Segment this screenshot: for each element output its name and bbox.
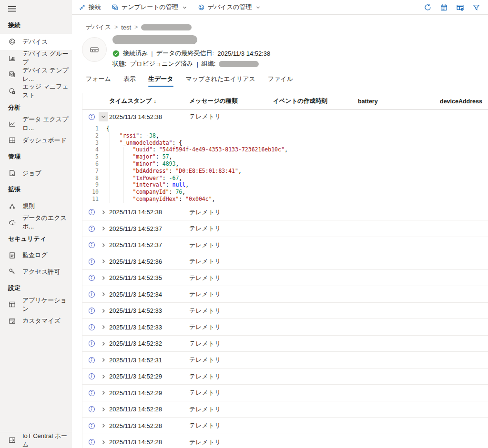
table-row[interactable]: 2025/11/3 14:52:29 テレメトリ xyxy=(82,385,488,401)
sidebar-section-security: セキュリティ xyxy=(0,231,72,248)
col-event-created[interactable]: イベントの作成時刻 xyxy=(273,97,358,105)
manage-devices-menu[interactable]: デバイスの管理 xyxy=(198,3,261,11)
home-grid-icon xyxy=(8,437,16,444)
collapse-chevron-icon[interactable] xyxy=(99,112,108,121)
info-icon[interactable] xyxy=(85,324,98,331)
info-icon[interactable] xyxy=(85,113,98,120)
sidebar-item-audit-logs[interactable]: 監査ログ xyxy=(0,247,72,264)
table-row[interactable]: 2025/11/3 14:52:31 テレメトリ xyxy=(82,352,488,368)
sidebar-item-permissions[interactable]: アクセス許可 xyxy=(0,264,72,280)
col-timestamp[interactable]: タイムスタンプ↓ xyxy=(109,97,189,105)
table-row[interactable]: 2025/11/3 14:52:33 テレメトリ xyxy=(82,303,488,319)
sidebar-item-customize[interactable]: カスタマイズ xyxy=(0,313,72,329)
row-message-type: テレメトリ xyxy=(189,388,273,397)
expand-chevron-icon[interactable] xyxy=(98,259,109,264)
tab-files[interactable]: ファイル xyxy=(268,75,293,87)
row-timestamp: 2025/11/3 14:52:28 xyxy=(109,438,189,446)
expand-chevron-icon[interactable] xyxy=(98,390,109,396)
expand-chevron-icon[interactable] xyxy=(98,357,109,363)
info-icon[interactable] xyxy=(85,274,98,281)
sidebar-item-edge-manifests[interactable]: エッジ マニフェスト xyxy=(0,83,72,100)
menu-toggle-button[interactable] xyxy=(0,0,72,17)
device-status-line: 接続済み | データの最終受信日: 2025/11/3 14:52:38 xyxy=(112,49,270,58)
sidebar-item-data-export[interactable]: データのエクスポ... xyxy=(0,214,72,231)
info-icon[interactable] xyxy=(85,422,98,429)
sidebar-item-dashboards[interactable]: ダッシュボード xyxy=(0,132,72,149)
info-icon[interactable] xyxy=(85,209,98,216)
table-row-expanded[interactable]: 2025/11/3 14:52:38 テレメトリ xyxy=(82,110,488,124)
expand-chevron-icon[interactable] xyxy=(98,439,109,445)
filter-button[interactable] xyxy=(470,1,482,13)
table-row[interactable]: 2025/11/3 14:52:37 テレメトリ xyxy=(82,237,488,254)
column-options-button[interactable] xyxy=(454,1,466,13)
info-icon[interactable] xyxy=(85,406,98,413)
expand-chevron-icon[interactable] xyxy=(98,407,109,412)
expand-chevron-icon[interactable] xyxy=(98,374,109,379)
info-icon[interactable] xyxy=(85,307,98,314)
row-timestamp: 2025/11/3 14:52:29 xyxy=(109,389,189,397)
expand-chevron-icon[interactable] xyxy=(98,275,109,281)
device-name-redacted xyxy=(112,35,197,44)
tab-raw-data[interactable]: 生データ xyxy=(148,75,173,87)
table-row[interactable]: 2025/11/3 14:52:28 テレメトリ xyxy=(82,401,488,418)
info-icon[interactable] xyxy=(85,373,98,380)
row-timestamp: 2025/11/3 14:52:37 xyxy=(109,241,189,249)
info-icon[interactable] xyxy=(85,389,98,397)
table-row[interactable]: 2025/11/3 14:52:28 テレメトリ xyxy=(82,418,488,434)
time-range-button[interactable] xyxy=(437,1,450,13)
data-export-icon xyxy=(8,219,16,226)
col-message-type[interactable]: メッセージの種類 xyxy=(189,97,273,105)
row-message-type: テレメトリ xyxy=(189,323,273,331)
expand-chevron-icon[interactable] xyxy=(98,341,109,347)
raw-json-viewer[interactable]: 1{2 "rssi": -38,3 "_unmodeleddata": {4 "… xyxy=(82,124,488,204)
table-row[interactable]: 2025/11/3 14:52:35 テレメトリ xyxy=(82,270,488,287)
refresh-button[interactable] xyxy=(421,1,434,13)
table-row[interactable]: 2025/11/3 14:52:36 テレメトリ xyxy=(82,253,488,270)
info-icon[interactable] xyxy=(85,438,98,446)
table-row[interactable]: 2025/11/3 14:52:29 テレメトリ xyxy=(82,368,488,385)
expand-chevron-icon[interactable] xyxy=(98,324,109,330)
expand-chevron-icon[interactable] xyxy=(98,226,109,231)
expand-chevron-icon[interactable] xyxy=(98,423,109,428)
table-row[interactable]: 2025/11/3 14:52:37 テレメトリ xyxy=(82,220,488,237)
connect-button[interactable]: 接続 xyxy=(79,3,101,11)
sidebar-item-devices[interactable]: デバイス xyxy=(0,34,72,50)
sidebar-item-device-groups[interactable]: デバイス グループ xyxy=(0,50,72,67)
row-message-type: テレメトリ xyxy=(189,356,273,364)
sidebar-item-rules[interactable]: 規則 xyxy=(0,198,72,215)
tab-mapped-aliases[interactable]: マップされたエイリアス xyxy=(186,75,255,87)
sidebar-item-application[interactable]: アプリケーション xyxy=(0,297,72,313)
sidebar-item-data-explorer[interactable]: データ エクスプロ... xyxy=(0,116,72,132)
breadcrumb-devices-link[interactable]: デバイス xyxy=(86,23,111,31)
info-icon[interactable] xyxy=(85,291,98,298)
table-row[interactable]: 2025/11/3 14:52:32 テレメトリ xyxy=(82,336,488,352)
expand-chevron-icon[interactable] xyxy=(98,308,109,314)
row-timestamp: 2025/11/3 14:52:38 xyxy=(109,209,189,216)
tab-view[interactable]: 表示 xyxy=(123,75,136,87)
sidebar-item-jobs[interactable]: ジョブ xyxy=(0,165,72,182)
table-row[interactable]: 2025/11/3 14:52:38 テレメトリ xyxy=(82,204,488,221)
tab-forms[interactable]: フォーム xyxy=(86,75,111,87)
breadcrumb-device-redacted[interactable] xyxy=(141,24,192,30)
info-icon[interactable] xyxy=(85,225,98,232)
expand-chevron-icon[interactable] xyxy=(98,291,109,297)
col-battery[interactable]: battery xyxy=(358,98,440,105)
manage-templates-menu[interactable]: テンプレートの管理 xyxy=(112,3,187,11)
table-row[interactable]: 2025/11/3 14:52:28 テレメトリ xyxy=(82,434,488,448)
table-row[interactable]: 2025/11/3 14:52:34 テレメトリ xyxy=(82,286,488,303)
col-device-address[interactable]: deviceAddress xyxy=(440,98,488,105)
sidebar-item-iot-central-home[interactable]: IoT Central ホーム xyxy=(0,432,72,448)
device-icon xyxy=(8,38,16,46)
sort-desc-icon: ↓ xyxy=(154,98,157,104)
expand-chevron-icon[interactable] xyxy=(98,209,109,215)
expand-chevron-icon[interactable] xyxy=(98,242,109,248)
info-icon[interactable] xyxy=(85,357,98,364)
info-icon[interactable] xyxy=(85,241,98,249)
sidebar-item-device-templates[interactable]: デバイス テンプレ... xyxy=(0,67,72,83)
info-icon[interactable] xyxy=(85,340,98,347)
sidebar: 接続 デバイス デバイス グループ デバイス テンプレ... エッジ マニフ xyxy=(0,0,72,448)
table-row[interactable]: 2025/11/3 14:52:33 テレメトリ xyxy=(82,319,488,336)
sidebar-section-analytics: 分析 xyxy=(0,100,72,116)
info-icon[interactable] xyxy=(85,258,98,265)
breadcrumb-test-link[interactable]: test xyxy=(121,24,131,31)
